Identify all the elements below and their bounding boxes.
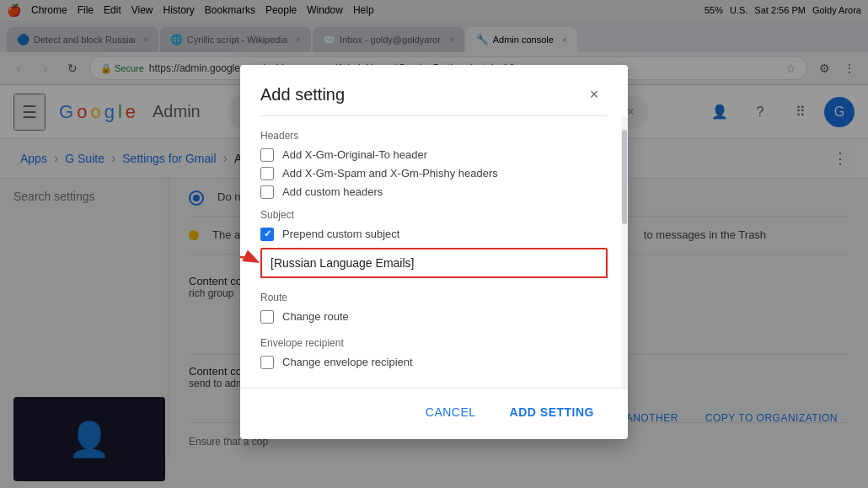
header-3-checkbox[interactable] xyxy=(260,185,274,198)
header-3-label: Add custom headers xyxy=(282,185,383,198)
header-1-label: Add X-Gm-Original-To header xyxy=(282,148,427,161)
subject-label: Subject xyxy=(260,208,608,220)
subject-input[interactable] xyxy=(260,247,608,277)
route-checkbox-row: Change route xyxy=(260,309,608,323)
route-checkbox-label: Change route xyxy=(282,310,349,323)
dialog-footer: CANCEL ADD SETTING xyxy=(240,387,628,438)
add-setting-dialog: Add setting × Headers Add X-Gm-Original-… xyxy=(240,64,628,438)
dialog-scrollbar-thumb xyxy=(622,129,627,224)
envelope-checkbox[interactable] xyxy=(260,355,274,368)
arrow-indicator xyxy=(240,249,260,276)
subject-checkbox-row: ✓ Prepend custom subject xyxy=(260,227,608,240)
dialog-close-button[interactable]: × xyxy=(581,81,608,108)
route-section: Route Change route xyxy=(260,291,608,323)
dialog-header: Add setting × xyxy=(240,64,628,115)
headers-label: Headers xyxy=(260,129,608,141)
subject-section: Subject ✓ Prepend custom subject xyxy=(260,208,608,277)
dialog-title: Add setting xyxy=(260,85,345,105)
subject-input-wrapper xyxy=(260,247,608,277)
subject-checkbox[interactable]: ✓ xyxy=(260,227,274,240)
header-2-checkbox[interactable] xyxy=(260,166,274,180)
headers-section: Headers Add X-Gm-Original-To header Add … xyxy=(260,129,608,198)
envelope-section: Envelope recipient Change envelope recip… xyxy=(260,336,608,368)
header-2-label: Add X-Gm-Spam and X-Gm-Phishy headers xyxy=(282,167,498,180)
route-label: Route xyxy=(260,291,608,303)
header-option-1-row: Add X-Gm-Original-To header xyxy=(260,147,608,161)
dialog-body: Headers Add X-Gm-Original-To header Add … xyxy=(240,115,628,387)
route-checkbox[interactable] xyxy=(260,309,274,323)
header-1-checkbox[interactable] xyxy=(260,147,274,161)
add-setting-button[interactable]: ADD SETTING xyxy=(496,398,608,425)
cancel-button[interactable]: CANCEL xyxy=(412,398,490,425)
envelope-checkbox-label: Change envelope recipient xyxy=(282,356,413,368)
header-option-2-row: Add X-Gm-Spam and X-Gm-Phishy headers xyxy=(260,166,608,180)
header-option-3-row: Add custom headers xyxy=(260,185,608,198)
envelope-checkbox-row: Change envelope recipient xyxy=(260,355,608,368)
dialog-scrollbar-track[interactable] xyxy=(621,115,628,387)
subject-checkbox-label: Prepend custom subject xyxy=(282,228,399,240)
envelope-label: Envelope recipient xyxy=(260,336,608,348)
arrow-svg xyxy=(240,249,260,272)
check-mark-icon: ✓ xyxy=(264,228,271,239)
